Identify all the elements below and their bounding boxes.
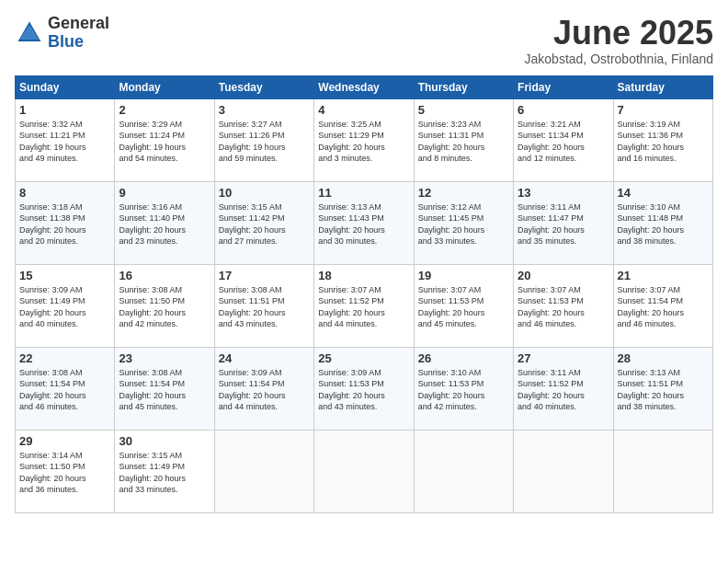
calendar-cell: 6Sunrise: 3:21 AM Sunset: 11:34 PM Dayli… — [514, 98, 613, 181]
day-info: Sunrise: 3:15 AM Sunset: 11:49 PM Daylig… — [119, 450, 210, 496]
day-info: Sunrise: 3:09 AM Sunset: 11:53 PM Daylig… — [318, 367, 409, 413]
day-number: 18 — [318, 269, 409, 282]
calendar-cell: 23Sunrise: 3:08 AM Sunset: 11:54 PM Dayl… — [115, 347, 214, 430]
calendar-cell — [214, 430, 313, 512]
day-info: Sunrise: 3:23 AM Sunset: 11:31 PM Daylig… — [418, 119, 509, 165]
calendar-header-cell: Monday — [115, 75, 214, 98]
day-number: 20 — [518, 269, 609, 282]
location-title: Jakobstad, Ostrobothnia, Finland — [525, 52, 713, 66]
day-info: Sunrise: 3:16 AM Sunset: 11:40 PM Daylig… — [119, 201, 210, 247]
calendar-cell: 22Sunrise: 3:08 AM Sunset: 11:54 PM Dayl… — [16, 347, 115, 430]
day-number: 13 — [518, 186, 609, 200]
day-number: 29 — [19, 434, 110, 448]
day-number: 3 — [219, 103, 310, 117]
logo: General Blue — [15, 15, 109, 52]
day-info: Sunrise: 3:13 AM Sunset: 11:51 PM Daylig… — [618, 367, 709, 413]
calendar-cell: 30Sunrise: 3:15 AM Sunset: 11:49 PM Dayl… — [115, 430, 214, 512]
calendar-cell — [613, 430, 712, 512]
calendar-cell: 12Sunrise: 3:12 AM Sunset: 11:45 PM Dayl… — [414, 181, 513, 264]
day-info: Sunrise: 3:11 AM Sunset: 11:52 PM Daylig… — [518, 367, 609, 413]
day-info: Sunrise: 3:09 AM Sunset: 11:54 PM Daylig… — [219, 367, 310, 413]
day-info: Sunrise: 3:07 AM Sunset: 11:53 PM Daylig… — [418, 284, 509, 330]
calendar-cell: 5Sunrise: 3:23 AM Sunset: 11:31 PM Dayli… — [414, 98, 513, 181]
calendar-cell — [414, 430, 513, 512]
day-number: 11 — [318, 186, 409, 200]
day-number: 17 — [219, 269, 310, 282]
calendar-header-cell: Wednesday — [314, 75, 414, 98]
calendar-cell: 11Sunrise: 3:13 AM Sunset: 11:43 PM Dayl… — [314, 181, 414, 264]
day-number: 28 — [618, 351, 709, 365]
day-number: 27 — [518, 351, 609, 365]
day-info: Sunrise: 3:27 AM Sunset: 11:26 PM Daylig… — [219, 119, 310, 165]
calendar-cell: 19Sunrise: 3:07 AM Sunset: 11:53 PM Dayl… — [414, 264, 513, 347]
logo-icon — [15, 18, 44, 48]
calendar-cell: 20Sunrise: 3:07 AM Sunset: 11:53 PM Dayl… — [514, 264, 613, 347]
calendar-cell — [314, 430, 414, 512]
day-number: 9 — [119, 186, 210, 200]
calendar-table: SundayMondayTuesdayWednesdayThursdayFrid… — [15, 75, 713, 513]
day-number: 25 — [318, 351, 409, 365]
calendar-cell — [514, 430, 613, 512]
calendar-cell: 13Sunrise: 3:11 AM Sunset: 11:47 PM Dayl… — [514, 181, 613, 264]
day-info: Sunrise: 3:10 AM Sunset: 11:48 PM Daylig… — [618, 201, 709, 247]
logo-blue-text: Blue — [48, 32, 84, 51]
day-info: Sunrise: 3:21 AM Sunset: 11:34 PM Daylig… — [518, 119, 609, 165]
calendar-cell: 26Sunrise: 3:10 AM Sunset: 11:53 PM Dayl… — [414, 347, 513, 430]
day-info: Sunrise: 3:10 AM Sunset: 11:53 PM Daylig… — [418, 367, 509, 413]
header: General Blue June 2025 Jakobstad, Ostrob… — [15, 15, 713, 66]
day-number: 21 — [618, 269, 709, 282]
day-number: 2 — [119, 103, 210, 117]
day-info: Sunrise: 3:19 AM Sunset: 11:36 PM Daylig… — [618, 119, 709, 165]
calendar-cell: 4Sunrise: 3:25 AM Sunset: 11:29 PM Dayli… — [314, 98, 414, 181]
calendar-cell: 15Sunrise: 3:09 AM Sunset: 11:49 PM Dayl… — [16, 264, 115, 347]
calendar-header-cell: Saturday — [613, 75, 712, 98]
day-info: Sunrise: 3:08 AM Sunset: 11:54 PM Daylig… — [119, 367, 210, 413]
logo-general-text: General — [48, 14, 109, 32]
calendar-cell: 28Sunrise: 3:13 AM Sunset: 11:51 PM Dayl… — [613, 347, 712, 430]
day-number: 22 — [19, 351, 110, 365]
day-number: 16 — [119, 269, 210, 282]
title-block: June 2025 Jakobstad, Ostrobothnia, Finla… — [525, 15, 713, 66]
calendar-cell: 7Sunrise: 3:19 AM Sunset: 11:36 PM Dayli… — [613, 98, 712, 181]
day-number: 8 — [19, 186, 110, 200]
calendar-cell: 3Sunrise: 3:27 AM Sunset: 11:26 PM Dayli… — [214, 98, 313, 181]
calendar-cell: 17Sunrise: 3:08 AM Sunset: 11:51 PM Dayl… — [214, 264, 313, 347]
calendar-cell: 1Sunrise: 3:32 AM Sunset: 11:21 PM Dayli… — [16, 98, 115, 181]
day-info: Sunrise: 3:11 AM Sunset: 11:47 PM Daylig… — [518, 201, 609, 247]
day-info: Sunrise: 3:15 AM Sunset: 11:42 PM Daylig… — [219, 201, 310, 247]
calendar-cell: 25Sunrise: 3:09 AM Sunset: 11:53 PM Dayl… — [314, 347, 414, 430]
day-info: Sunrise: 3:12 AM Sunset: 11:45 PM Daylig… — [418, 201, 509, 247]
day-number: 23 — [119, 351, 210, 365]
day-number: 15 — [19, 269, 110, 282]
calendar-cell: 10Sunrise: 3:15 AM Sunset: 11:42 PM Dayl… — [214, 181, 313, 264]
calendar-header-cell: Friday — [514, 75, 613, 98]
calendar-week-row: 8Sunrise: 3:18 AM Sunset: 11:38 PM Dayli… — [16, 181, 713, 264]
day-number: 14 — [618, 186, 709, 200]
day-number: 24 — [219, 351, 310, 365]
day-info: Sunrise: 3:07 AM Sunset: 11:53 PM Daylig… — [518, 284, 609, 330]
day-number: 10 — [219, 186, 310, 200]
calendar-body: 1Sunrise: 3:32 AM Sunset: 11:21 PM Dayli… — [16, 98, 713, 512]
calendar-header-cell: Sunday — [16, 75, 115, 98]
day-info: Sunrise: 3:08 AM Sunset: 11:54 PM Daylig… — [19, 367, 110, 413]
calendar-header-cell: Tuesday — [214, 75, 313, 98]
calendar-week-row: 15Sunrise: 3:09 AM Sunset: 11:49 PM Dayl… — [16, 264, 713, 347]
day-info: Sunrise: 3:13 AM Sunset: 11:43 PM Daylig… — [318, 201, 409, 247]
calendar-week-row: 22Sunrise: 3:08 AM Sunset: 11:54 PM Dayl… — [16, 347, 713, 430]
day-number: 7 — [618, 103, 709, 117]
day-info: Sunrise: 3:29 AM Sunset: 11:24 PM Daylig… — [119, 119, 210, 165]
day-number: 30 — [119, 434, 210, 448]
day-number: 5 — [418, 103, 509, 117]
month-title: June 2025 — [525, 15, 713, 52]
day-number: 26 — [418, 351, 509, 365]
calendar-cell: 14Sunrise: 3:10 AM Sunset: 11:48 PM Dayl… — [613, 181, 712, 264]
calendar-cell: 29Sunrise: 3:14 AM Sunset: 11:50 PM Dayl… — [16, 430, 115, 512]
calendar-week-row: 1Sunrise: 3:32 AM Sunset: 11:21 PM Dayli… — [16, 98, 713, 181]
calendar-cell: 9Sunrise: 3:16 AM Sunset: 11:40 PM Dayli… — [115, 181, 214, 264]
day-number: 1 — [19, 103, 110, 117]
day-info: Sunrise: 3:09 AM Sunset: 11:49 PM Daylig… — [19, 284, 110, 330]
day-number: 6 — [518, 103, 609, 117]
calendar-cell: 8Sunrise: 3:18 AM Sunset: 11:38 PM Dayli… — [16, 181, 115, 264]
day-info: Sunrise: 3:32 AM Sunset: 11:21 PM Daylig… — [19, 119, 110, 165]
day-number: 12 — [418, 186, 509, 200]
